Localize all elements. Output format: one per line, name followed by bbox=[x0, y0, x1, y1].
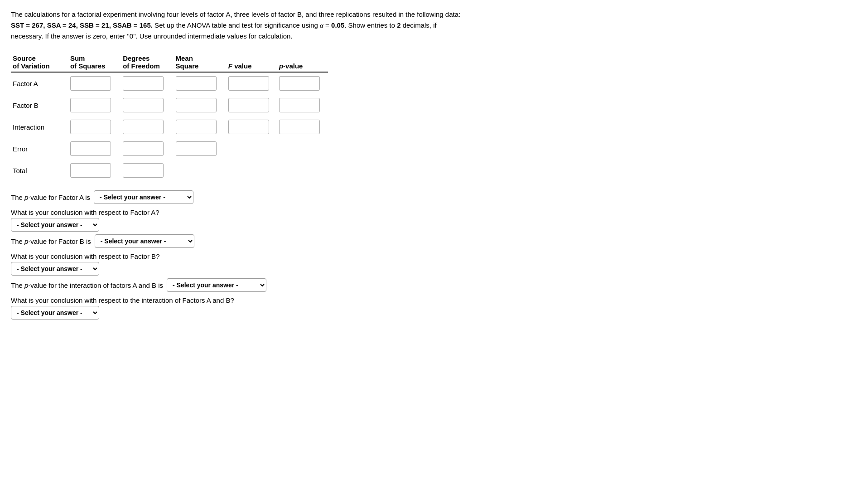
header-fvalue: F value bbox=[227, 62, 277, 72]
source-factor-b: Factor B bbox=[11, 94, 68, 116]
question-1-line: The p-value for Factor A is - Select you… bbox=[11, 190, 857, 204]
q1-select[interactable]: - Select your answer - bbox=[94, 190, 193, 204]
cell-a-f[interactable] bbox=[227, 72, 277, 94]
header-ss: of Squares bbox=[68, 62, 121, 72]
input-a-p[interactable] bbox=[279, 76, 320, 91]
q1-text: The p-value for Factor A is bbox=[11, 191, 90, 203]
input-a-ss[interactable] bbox=[70, 76, 111, 91]
header-variation: of Variation bbox=[11, 62, 68, 72]
q3-text: The p-value for Factor B is bbox=[11, 235, 91, 247]
header-pval bbox=[277, 53, 328, 62]
input-a-df[interactable] bbox=[123, 76, 164, 91]
input-b-ms[interactable] bbox=[176, 98, 217, 112]
cell-b-f[interactable] bbox=[227, 94, 277, 116]
cell-err-df[interactable] bbox=[121, 138, 174, 160]
q4-text: What is your conclusion with respect to … bbox=[11, 252, 857, 260]
table-row: Total bbox=[11, 160, 328, 181]
anova-table: Source Sum Degrees Mean of Variation of … bbox=[11, 53, 328, 181]
cell-b-df[interactable] bbox=[121, 94, 174, 116]
input-a-f[interactable] bbox=[228, 76, 269, 91]
input-tot-ss[interactable] bbox=[70, 163, 111, 178]
cell-int-p[interactable] bbox=[277, 116, 328, 138]
question-4-block: What is your conclusion with respect to … bbox=[11, 252, 857, 276]
source-error: Error bbox=[11, 138, 68, 160]
cell-int-ms[interactable] bbox=[174, 116, 227, 138]
q6-select[interactable]: - Select your answer - bbox=[11, 306, 99, 320]
cell-b-ms[interactable] bbox=[174, 94, 227, 116]
q2-select[interactable]: - Select your answer - bbox=[11, 218, 99, 232]
source-factor-a: Factor A bbox=[11, 72, 68, 94]
cell-a-df[interactable] bbox=[121, 72, 174, 94]
cell-tot-df[interactable] bbox=[121, 160, 174, 181]
cell-tot-p-empty bbox=[277, 160, 328, 181]
intro-line3: necessary. If the answer is zero, enter … bbox=[11, 31, 857, 42]
cell-b-ss[interactable] bbox=[68, 94, 121, 116]
header-dof: of Freedom bbox=[121, 62, 174, 72]
input-err-ms[interactable] bbox=[176, 141, 217, 156]
header-ss-top: Sum bbox=[68, 53, 121, 62]
input-err-ss[interactable] bbox=[70, 141, 111, 156]
q3-select[interactable]: - Select your answer - bbox=[95, 234, 194, 248]
input-int-ms[interactable] bbox=[176, 120, 217, 134]
source-total: Total bbox=[11, 160, 68, 181]
input-int-ss[interactable] bbox=[70, 120, 111, 134]
cell-tot-ss[interactable] bbox=[68, 160, 121, 181]
table-row: Factor B bbox=[11, 94, 328, 116]
intro-line2: SST = 267, SSA = 24, SSB = 21, SSAB = 16… bbox=[11, 20, 857, 31]
question-5-line: The p-value for the interaction of facto… bbox=[11, 278, 857, 292]
cell-b-p[interactable] bbox=[277, 94, 328, 116]
input-b-f[interactable] bbox=[228, 98, 269, 112]
q5-italic-p: p bbox=[24, 281, 28, 289]
q1-italic-p: p bbox=[24, 194, 28, 201]
intro-line1: The calculations for a factorial experim… bbox=[11, 9, 857, 20]
table-row: Factor A bbox=[11, 72, 328, 94]
cell-err-f-empty bbox=[227, 138, 277, 160]
q4-select[interactable]: - Select your answer - bbox=[11, 262, 99, 276]
input-int-p[interactable] bbox=[279, 120, 320, 134]
cell-a-p[interactable] bbox=[277, 72, 328, 94]
input-err-df[interactable] bbox=[123, 141, 164, 156]
question-6-block: What is your conclusion with respect to … bbox=[11, 296, 857, 320]
input-b-df[interactable] bbox=[123, 98, 164, 112]
cell-a-ss[interactable] bbox=[68, 72, 121, 94]
cell-err-p-empty bbox=[277, 138, 328, 160]
q6-text: What is your conclusion with respect to … bbox=[11, 296, 857, 304]
input-tot-df[interactable] bbox=[123, 163, 164, 178]
input-int-f[interactable] bbox=[228, 120, 269, 134]
q3-italic-p: p bbox=[24, 237, 28, 245]
cell-int-df[interactable] bbox=[121, 116, 174, 138]
header-square: Square bbox=[174, 62, 227, 72]
q2-text: What is your conclusion with respect to … bbox=[11, 208, 857, 216]
cell-tot-ms-empty bbox=[174, 160, 227, 181]
input-a-ms[interactable] bbox=[176, 76, 217, 91]
source-interaction: Interaction bbox=[11, 116, 68, 138]
intro-section: The calculations for a factorial experim… bbox=[11, 9, 857, 42]
header-ms: Mean bbox=[174, 53, 227, 62]
cell-err-ms[interactable] bbox=[174, 138, 227, 160]
input-int-df[interactable] bbox=[123, 120, 164, 134]
header-pvalue: p-value bbox=[277, 62, 328, 72]
cell-err-ss[interactable] bbox=[68, 138, 121, 160]
header-df: Degrees bbox=[121, 53, 174, 62]
cell-a-ms[interactable] bbox=[174, 72, 227, 94]
question-2-block: What is your conclusion with respect to … bbox=[11, 208, 857, 232]
input-b-p[interactable] bbox=[279, 98, 320, 112]
q5-select[interactable]: - Select your answer - bbox=[167, 278, 266, 292]
header-source: Source bbox=[11, 53, 68, 62]
table-row: Error bbox=[11, 138, 328, 160]
input-b-ss[interactable] bbox=[70, 98, 111, 112]
question-3-line: The p-value for Factor B is - Select you… bbox=[11, 234, 857, 248]
questions-section: The p-value for Factor A is - Select you… bbox=[11, 190, 857, 320]
table-row: Interaction bbox=[11, 116, 328, 138]
cell-tot-f-empty bbox=[227, 160, 277, 181]
q5-text: The p-value for the interaction of facto… bbox=[11, 279, 163, 291]
cell-int-f[interactable] bbox=[227, 116, 277, 138]
cell-int-ss[interactable] bbox=[68, 116, 121, 138]
header-fval bbox=[227, 53, 277, 62]
